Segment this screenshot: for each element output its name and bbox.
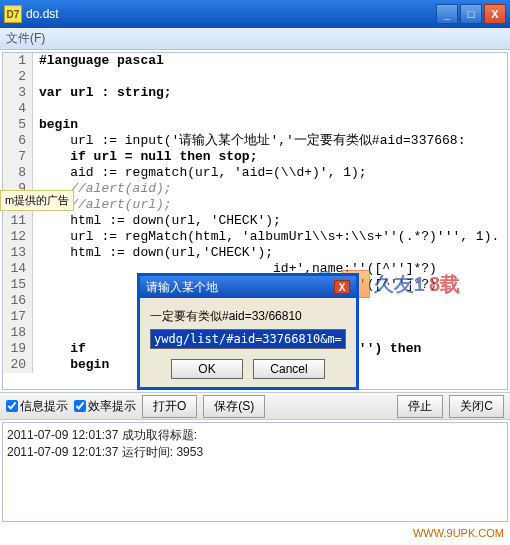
close-window-button[interactable]: 关闭C — [449, 395, 504, 418]
code-text: html := down(url, 'CHECK'); — [33, 213, 281, 229]
line-number: 7 — [3, 149, 33, 165]
code-line[interactable]: 2 — [3, 69, 507, 85]
line-number: 18 — [3, 325, 33, 341]
code-text: if url = null then stop; — [33, 149, 257, 165]
code-text — [33, 69, 39, 85]
code-text: aid := regmatch(url, 'aid=(\\d+)', 1); — [33, 165, 367, 181]
log-line: 2011-07-09 12:01:37 成功取得标题: — [7, 427, 503, 444]
line-number: 17 — [3, 309, 33, 325]
line-number: 19 — [3, 341, 33, 357]
line-number: 20 — [3, 357, 33, 373]
window-titlebar: D7 do.dst _ □ X — [0, 0, 510, 28]
close-button[interactable]: X — [484, 4, 506, 24]
line-number: 4 — [3, 101, 33, 117]
line-number: 8 — [3, 165, 33, 181]
footer-url: WWW.9UPK.COM — [413, 527, 504, 539]
ok-button[interactable]: OK — [171, 359, 243, 379]
code-text: begin — [33, 117, 78, 133]
line-number: 2 — [3, 69, 33, 85]
line-number: 14 — [3, 261, 33, 277]
stop-button[interactable]: 停止 — [397, 395, 443, 418]
checkbox-efficiency[interactable]: 效率提示 — [74, 398, 136, 415]
code-text: html := down(url,'CHECK'); — [33, 245, 273, 261]
app-icon: D7 — [4, 5, 22, 23]
code-line[interactable]: 6 url := input('请输入某个地址','一定要有类似#aid=337… — [3, 133, 507, 149]
menu-file[interactable]: 文件(F) — [6, 30, 45, 47]
dialog-titlebar: 请输入某个地 X — [140, 276, 356, 298]
code-line[interactable]: 5begin — [3, 117, 507, 133]
window-title: do.dst — [26, 7, 436, 21]
toolbar: 信息提示 效率提示 打开O 保存(S) 停止 关闭C — [0, 392, 510, 420]
line-number: 15 — [3, 277, 33, 293]
open-button[interactable]: 打开O — [142, 395, 197, 418]
code-line[interactable]: 13 html := down(url,'CHECK'); — [3, 245, 507, 261]
ad-badge: m提供的广告 — [0, 190, 74, 211]
input-dialog: 请输入某个地 X 一定要有类似#aid=33/66810 OK Cancel — [137, 273, 359, 390]
dialog-title: 请输入某个地 — [146, 279, 218, 296]
line-number: 5 — [3, 117, 33, 133]
checkbox-info[interactable]: 信息提示 — [6, 398, 68, 415]
line-number: 16 — [3, 293, 33, 309]
checkbox-info-input[interactable] — [6, 400, 18, 412]
save-button[interactable]: 保存(S) — [203, 395, 265, 418]
code-text — [33, 293, 39, 309]
code-text — [33, 101, 39, 117]
code-line[interactable]: 10 //alert(url); — [3, 197, 507, 213]
code-line[interactable]: 7 if url = null then stop; — [3, 149, 507, 165]
code-line[interactable]: 11 html := down(url, 'CHECK'); — [3, 213, 507, 229]
log-line: 2011-07-09 12:01:37 运行时间: 3953 — [7, 444, 503, 461]
dialog-input[interactable] — [150, 329, 346, 349]
line-number: 6 — [3, 133, 33, 149]
code-line[interactable]: 3var url : string; — [3, 85, 507, 101]
code-line[interactable]: 4 — [3, 101, 507, 117]
code-text: begin — [33, 357, 109, 373]
line-number: 3 — [3, 85, 33, 101]
code-text: url := input('请输入某个地址','一定要有类似#aid=33766… — [33, 133, 465, 149]
code-text — [33, 309, 39, 325]
minimize-button[interactable]: _ — [436, 4, 458, 24]
code-text — [33, 325, 39, 341]
line-number: 11 — [3, 213, 33, 229]
code-line[interactable]: 1#language pascal — [3, 53, 507, 69]
log-panel[interactable]: 2011-07-09 12:01:37 成功取得标题: 2011-07-09 1… — [2, 422, 508, 522]
code-text: url := regMatch(html, 'albumUrl\\s+:\\s+… — [33, 229, 499, 245]
cancel-button[interactable]: Cancel — [253, 359, 325, 379]
line-number: 12 — [3, 229, 33, 245]
dialog-label: 一定要有类似#aid=33/66810 — [150, 308, 346, 325]
checkbox-eff-input[interactable] — [74, 400, 86, 412]
code-line[interactable]: 8 aid := regmatch(url, 'aid=(\\d+)', 1); — [3, 165, 507, 181]
dialog-close-icon[interactable]: X — [334, 280, 350, 294]
line-number: 1 — [3, 53, 33, 69]
window-controls: _ □ X — [436, 4, 506, 24]
code-text: var url : string; — [33, 85, 172, 101]
code-line[interactable]: 9 //alert(aid); — [3, 181, 507, 197]
code-line[interactable]: 12 url := regMatch(html, 'albumUrl\\s+:\… — [3, 229, 507, 245]
code-text: #language pascal — [33, 53, 164, 69]
menu-bar: 文件(F) — [0, 28, 510, 50]
line-number: 13 — [3, 245, 33, 261]
maximize-button[interactable]: □ — [460, 4, 482, 24]
